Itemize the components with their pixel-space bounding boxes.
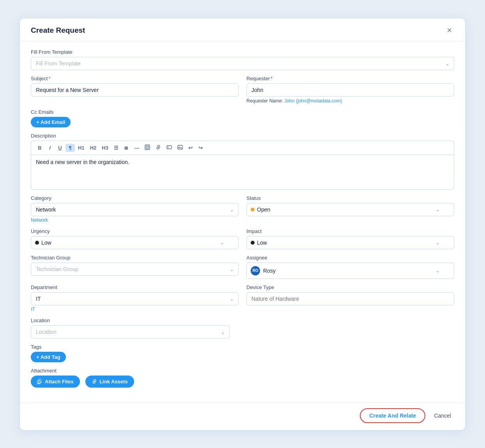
- fill-from-template-wrapper: Fill From Template ⌄: [31, 57, 454, 70]
- toolbar-h1-button[interactable]: H1: [76, 144, 87, 152]
- category-label: Category: [31, 195, 239, 201]
- technician-group-label: Technician Group: [31, 255, 239, 261]
- impact-value: Low: [257, 240, 435, 246]
- toolbar-h3-button[interactable]: H3: [99, 144, 111, 152]
- status-chevron-icon: ⌄: [435, 206, 440, 212]
- toolbar-bullet-list-button[interactable]: ☰: [112, 144, 121, 152]
- category-select[interactable]: Network: [31, 203, 239, 216]
- urgency-select[interactable]: Low ⌄: [31, 236, 239, 249]
- toolbar-image-button[interactable]: [175, 143, 185, 152]
- toolbar-link-button[interactable]: [153, 143, 163, 152]
- description-label: Description: [31, 133, 454, 139]
- impact-label: Impact: [246, 228, 454, 234]
- device-type-input[interactable]: [246, 292, 454, 305]
- fill-from-template-section: Fill From Template Fill From Template ⌄: [31, 49, 454, 70]
- svg-point-8: [179, 146, 179, 147]
- category-hint: Network: [31, 217, 239, 223]
- create-request-modal: Create Request × Fill From Template Fill…: [19, 18, 466, 430]
- close-button[interactable]: ×: [444, 25, 454, 35]
- department-device-row: Department IT ⌄ IT Device Type: [31, 284, 454, 312]
- fill-from-template-select[interactable]: Fill From Template: [31, 57, 454, 70]
- assignee-col: Assignee RO Rosy ⌄: [246, 255, 454, 279]
- toolbar-undo-button[interactable]: ↩: [186, 144, 195, 152]
- toolbar-embed-button[interactable]: [164, 143, 174, 152]
- device-type-col: Device Type: [246, 284, 454, 312]
- add-tag-button[interactable]: + Add Tag: [31, 352, 66, 362]
- add-email-button[interactable]: + Add Email: [31, 117, 71, 127]
- department-hint: IT: [31, 307, 239, 312]
- editor-toolbar: B I U ¶ H1 H2 H3 ☰ ≣ —: [31, 141, 454, 155]
- department-col: Department IT ⌄ IT: [31, 284, 239, 312]
- link-icon: [92, 379, 97, 384]
- svg-rect-0: [145, 145, 150, 150]
- department-wrapper: IT ⌄: [31, 292, 239, 305]
- urgency-col: Urgency Low ⌄: [31, 228, 239, 249]
- toolbar-table-button[interactable]: [142, 143, 152, 152]
- status-wrapper: Open ⌄: [246, 203, 454, 216]
- assignee-value: Rosy: [263, 268, 435, 274]
- department-label: Department: [31, 284, 239, 290]
- requester-input[interactable]: [246, 83, 454, 97]
- link-assets-label: Link Assets: [99, 379, 128, 385]
- cancel-button[interactable]: Cancel: [431, 409, 454, 422]
- tags-label: Tags: [31, 344, 454, 350]
- assignee-wrapper: RO Rosy ⌄: [246, 263, 454, 279]
- urgency-value: Low: [41, 240, 220, 246]
- toolbar-hr-button[interactable]: —: [132, 144, 142, 152]
- category-col: Category Network ⌄ Network: [31, 195, 239, 223]
- status-col: Status Open ⌄: [246, 195, 454, 223]
- assignee-chevron-icon: ⌄: [435, 268, 440, 273]
- assignee-select[interactable]: RO Rosy ⌄: [246, 263, 454, 279]
- cc-emails-label: Cc Emails: [31, 109, 454, 115]
- subject-input[interactable]: [31, 83, 239, 97]
- tech-group-assignee-row: Technician Group Technician Group ⌄ Assi…: [31, 255, 454, 279]
- link-assets-button[interactable]: Link Assets: [85, 376, 134, 388]
- toolbar-h2-button[interactable]: H2: [88, 144, 99, 152]
- toolbar-bold-button[interactable]: B: [35, 144, 44, 152]
- toolbar-ordered-list-button[interactable]: ≣: [122, 144, 131, 152]
- requester-required: *: [271, 76, 273, 81]
- description-section: Description B I U ¶ H1 H2 H3 ☰ ≣ —: [31, 133, 454, 190]
- attach-files-label: Attach Files: [45, 379, 74, 385]
- status-label: Status: [246, 195, 454, 201]
- modal-body: Fill From Template Fill From Template ⌄ …: [20, 41, 465, 401]
- create-and-relate-button[interactable]: Create And Relate: [360, 408, 425, 423]
- modal-footer: Create And Relate Cancel: [20, 402, 465, 430]
- technician-group-select[interactable]: Technician Group: [31, 263, 239, 276]
- technician-group-col: Technician Group Technician Group ⌄: [31, 255, 239, 279]
- subject-col: Subject*: [31, 76, 239, 104]
- attach-icon: [37, 379, 42, 384]
- modal-title: Create Request: [31, 26, 85, 35]
- subject-label: Subject*: [31, 76, 239, 81]
- location-label: Location: [31, 317, 454, 323]
- device-type-label: Device Type: [246, 284, 454, 290]
- fill-from-template-label: Fill From Template: [31, 49, 454, 55]
- impact-select[interactable]: Low ⌄: [246, 236, 454, 249]
- department-select[interactable]: IT: [31, 292, 239, 305]
- impact-wrapper: Low ⌄: [246, 236, 454, 249]
- category-wrapper: Network ⌄: [31, 203, 239, 216]
- urgency-dot-icon: [35, 241, 39, 245]
- location-wrapper: Location ⌄: [31, 325, 230, 339]
- svg-rect-5: [167, 146, 172, 149]
- modal-header: Create Request ×: [20, 18, 465, 41]
- location-select[interactable]: Location: [31, 325, 230, 339]
- subject-required: *: [48, 76, 50, 81]
- toolbar-italic-button[interactable]: I: [45, 144, 55, 152]
- description-editor[interactable]: Need a new server in the organization.: [31, 155, 454, 190]
- assignee-label: Assignee: [246, 255, 454, 261]
- svg-rect-7: [178, 145, 182, 149]
- toolbar-paragraph-button[interactable]: ¶: [65, 144, 75, 152]
- urgency-label: Urgency: [31, 228, 239, 234]
- toolbar-redo-button[interactable]: ↪: [196, 144, 205, 152]
- urgency-impact-row: Urgency Low ⌄ Impact Low ⌄: [31, 228, 454, 249]
- requester-col: Requester* Requester Name: John (john@mo…: [246, 76, 454, 104]
- status-select[interactable]: Open ⌄: [246, 203, 454, 216]
- attachment-buttons: Attach Files Link Assets: [31, 376, 454, 391]
- attach-files-button[interactable]: Attach Files: [31, 376, 80, 388]
- toolbar-underline-button[interactable]: U: [55, 144, 65, 152]
- description-content: Need a new server in the organization.: [36, 159, 129, 165]
- impact-chevron-icon: ⌄: [435, 240, 440, 245]
- assignee-avatar: RO: [251, 266, 260, 275]
- attachment-section: Attachment Attach Files Link Assets: [31, 368, 454, 391]
